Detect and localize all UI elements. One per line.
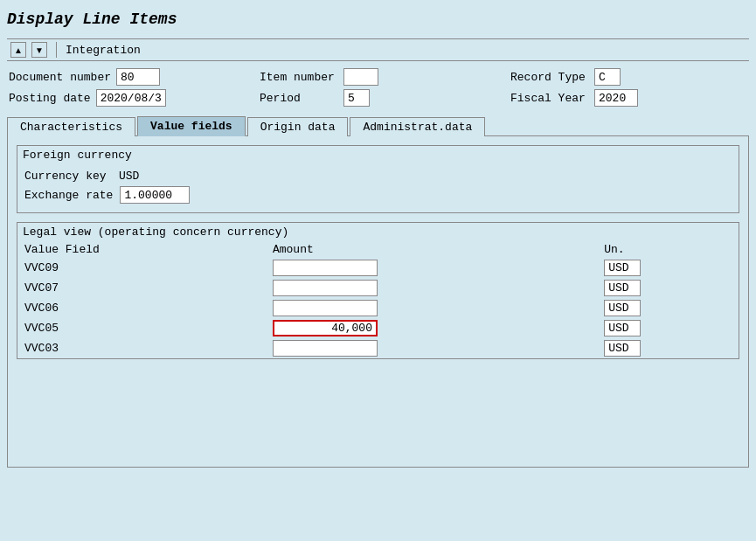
unit-input[interactable] bbox=[604, 340, 641, 357]
cell-unit bbox=[597, 258, 739, 278]
foreign-currency-header: Foreign currency bbox=[17, 146, 739, 164]
table-row: VVC06 bbox=[17, 298, 739, 318]
exchange-rate-label: Exchange rate bbox=[24, 189, 113, 202]
cell-value-field: VVC06 bbox=[17, 298, 266, 318]
amount-input[interactable] bbox=[273, 280, 378, 296]
unit-input[interactable] bbox=[604, 320, 641, 336]
table-row: VVC03 bbox=[17, 338, 739, 358]
unit-input[interactable] bbox=[604, 260, 641, 276]
fiscal-year-label: Fiscal Year bbox=[510, 92, 589, 105]
toolbar-integration-label: Integration bbox=[66, 44, 141, 57]
foreign-currency-section: Foreign currency Currency key USD Exchan… bbox=[17, 145, 739, 213]
amount-input[interactable] bbox=[273, 300, 378, 316]
cell-amount bbox=[266, 278, 597, 298]
arrow-up-icon: ▲ bbox=[14, 45, 23, 55]
legal-view-table: Value Field Amount Un. VVC09VVC07VVC06VV… bbox=[17, 241, 739, 358]
toolbar: ▲ ▼ Integration bbox=[7, 38, 749, 61]
cell-value-field: VVC07 bbox=[17, 278, 266, 298]
table-row: VVC07 bbox=[17, 278, 739, 298]
tabs-container: Characteristics Value fields Origin data… bbox=[7, 115, 749, 135]
table-row: VVC05 bbox=[17, 318, 739, 338]
posting-date-input[interactable] bbox=[96, 89, 166, 107]
col-header-amount: Amount bbox=[266, 241, 597, 258]
unit-input[interactable] bbox=[604, 300, 641, 316]
record-type-row: Record Type bbox=[510, 68, 747, 86]
table-row: VVC09 bbox=[17, 258, 739, 278]
amount-input[interactable] bbox=[273, 260, 378, 276]
posting-date-label: Posting date bbox=[9, 92, 91, 105]
cell-amount bbox=[266, 318, 597, 338]
tab-characteristics[interactable]: Characteristics bbox=[7, 117, 135, 136]
doc-number-input[interactable] bbox=[116, 68, 160, 86]
doc-number-label: Document number bbox=[9, 71, 111, 84]
period-row: Period bbox=[260, 89, 496, 107]
tab-value-fields[interactable]: Value fields bbox=[137, 116, 246, 136]
col-header-unit: Un. bbox=[597, 241, 739, 258]
record-type-label: Record Type bbox=[510, 71, 589, 84]
item-number-label: Item number bbox=[260, 71, 338, 84]
period-input[interactable] bbox=[343, 89, 370, 107]
amount-input[interactable] bbox=[273, 320, 378, 336]
unit-input[interactable] bbox=[604, 280, 641, 296]
cell-amount bbox=[266, 338, 597, 358]
cell-value-field: VVC03 bbox=[17, 338, 266, 358]
item-number-row: Item number bbox=[260, 68, 496, 86]
foreign-currency-body: Currency key USD Exchange rate bbox=[17, 164, 739, 212]
amount-input[interactable] bbox=[273, 340, 378, 357]
tab-administrat-data[interactable]: Administrat.data bbox=[350, 117, 485, 136]
record-type-input[interactable] bbox=[594, 68, 621, 86]
cell-amount bbox=[266, 298, 597, 318]
nav-up-button[interactable]: ▲ bbox=[10, 42, 26, 58]
tab-content: Foreign currency Currency key USD Exchan… bbox=[7, 135, 749, 468]
item-number-input[interactable] bbox=[343, 68, 378, 86]
posting-date-row: Posting date bbox=[9, 89, 246, 107]
nav-down-button[interactable]: ▼ bbox=[31, 42, 47, 58]
legal-view-section: Legal view (operating concern currency) … bbox=[17, 222, 739, 359]
arrow-down-icon: ▼ bbox=[35, 45, 44, 55]
toolbar-separator bbox=[56, 42, 57, 58]
cell-value-field: VVC05 bbox=[17, 318, 266, 338]
currency-key-row: Currency key USD bbox=[24, 168, 732, 184]
currency-key-label: Currency key bbox=[24, 170, 112, 183]
col-header-value-field: Value Field bbox=[17, 241, 266, 258]
cell-unit bbox=[597, 278, 739, 298]
doc-number-row: Document number bbox=[9, 68, 246, 86]
cell-unit bbox=[597, 338, 739, 358]
header-fields: Document number Item number Record Type … bbox=[7, 68, 749, 107]
fiscal-year-input[interactable] bbox=[594, 89, 638, 107]
fiscal-year-row: Fiscal Year bbox=[510, 89, 747, 107]
exchange-rate-input[interactable] bbox=[120, 186, 190, 204]
currency-key-value: USD bbox=[119, 170, 139, 183]
main-window: Display Line Items ▲ ▼ Integration Docum… bbox=[0, 0, 756, 541]
page-title: Display Line Items bbox=[7, 7, 749, 31]
cell-value-field: VVC09 bbox=[17, 258, 266, 278]
legal-view-header: Legal view (operating concern currency) bbox=[17, 223, 739, 241]
period-label: Period bbox=[260, 92, 338, 105]
cell-amount bbox=[266, 258, 597, 278]
tab-origin-data[interactable]: Origin data bbox=[247, 117, 349, 136]
exchange-rate-row: Exchange rate bbox=[24, 184, 732, 205]
cell-unit bbox=[597, 318, 739, 338]
cell-unit bbox=[597, 298, 739, 318]
